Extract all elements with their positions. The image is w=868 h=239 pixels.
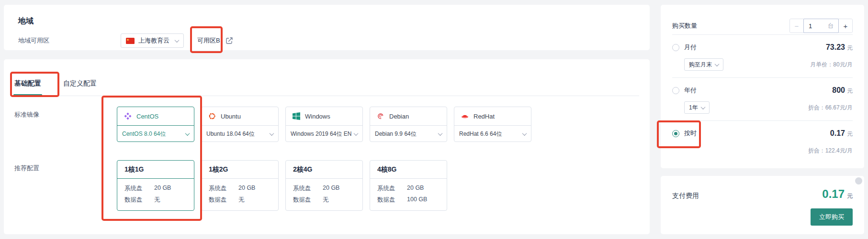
tab-custom-config[interactable]: 自定义配置 [63, 78, 97, 96]
system-disk-value: 20 GB [407, 185, 440, 193]
system-disk-value: 20 GB [323, 185, 355, 193]
pay-option-monthly-sub: 购至月末 月单价：80元/月 [672, 58, 853, 71]
radio-hourly[interactable] [672, 130, 679, 137]
system-disk-label: 系统盘 [209, 185, 238, 193]
data-disk-label: 数据盘 [209, 196, 238, 204]
os-card-debian-header: Debian [370, 107, 447, 126]
os-card-redhat[interactable]: RedHat RedHat 6.6 64位 [454, 107, 531, 142]
pay-fee-row: 支付费用 0.17元 [672, 176, 853, 201]
system-disk-label: 系统盘 [124, 185, 154, 193]
duration-value: 购至月末 [689, 61, 712, 69]
china-flag-icon [126, 38, 135, 44]
region-select[interactable]: 上海教育云 [121, 33, 184, 48]
image-section: 标准镜像 CentOS CentOS 8.0 64位 [14, 107, 639, 142]
region-zone-label: 地域可用区 [18, 36, 121, 45]
quantity-input[interactable]: 1 台 [803, 19, 839, 33]
os-card-debian[interactable]: Debian Debian 9.9 64位 [370, 107, 447, 142]
os-card-windows[interactable]: Windows Windows 2019 64位 EN [285, 107, 363, 142]
pay-option-monthly: 月付 73.23元 购至月末 月单价：80元/月 [672, 35, 853, 77]
os-name: Windows [305, 113, 330, 120]
os-card-ubuntu-header: Ubuntu [202, 107, 278, 126]
edit-icon[interactable] [226, 37, 233, 44]
os-version-select-windows[interactable]: Windows 2019 64位 EN [286, 126, 362, 142]
os-version-select-redhat[interactable]: RedHat 6.6 64位 [454, 126, 531, 142]
purchase-page: 地域 地域可用区 上海教育云 可用区B [0, 0, 868, 239]
tab-basic-config[interactable]: 基础配置 [14, 78, 41, 96]
currency-unit: 元 [847, 193, 853, 199]
ubuntu-icon [208, 112, 216, 120]
spec-body: 系统盘 20 GB 数据盘 无 [202, 179, 278, 210]
config-card: 基础配置 自定义配置 标准镜像 [4, 59, 650, 234]
os-name: Debian [389, 113, 409, 120]
os-name: RedHat [473, 113, 495, 120]
tab-custom-config-label: 自定义配置 [63, 79, 97, 87]
pay-option-monthly-row: 月付 73.23元 [672, 42, 853, 53]
debian-icon [377, 112, 384, 120]
pay-option-yearly: 年付 800元 1年 折合：66.67元/月 [672, 78, 853, 120]
system-disk-value: 20 GB [238, 185, 271, 193]
data-disk-value: 无 [238, 196, 271, 204]
radio-yearly[interactable] [672, 87, 679, 94]
quantity-minus-button[interactable]: − [790, 19, 803, 33]
data-disk-value: 无 [154, 196, 187, 204]
os-version-select-centos[interactable]: CentOS 8.0 64位 [117, 126, 194, 142]
yearly-duration-select[interactable]: 1年 [684, 101, 710, 114]
quantity-plus-button[interactable]: + [839, 19, 852, 33]
os-card-ubuntu[interactable]: Ubuntu Ubuntu 18.04 64位 [201, 107, 279, 142]
spec-card-1c2g[interactable]: 1核2G 系统盘 20 GB 数据盘 无 [201, 160, 279, 211]
currency-unit: 元 [847, 130, 853, 137]
quantity-row: 购买数量 − 1 台 + [672, 5, 853, 34]
chevron-down-icon [438, 131, 443, 136]
buy-now-button[interactable]: 立即购买 [811, 208, 853, 226]
os-card-windows-header: Windows [286, 107, 362, 126]
os-card-centos[interactable]: CentOS CentOS 8.0 64位 [117, 107, 194, 142]
os-version-select-ubuntu[interactable]: Ubuntu 18.04 64位 [202, 126, 278, 142]
spec-section-label: 推荐配置 [14, 160, 117, 211]
currency-unit: 元 [847, 44, 853, 51]
quantity-value: 1 [809, 22, 812, 30]
spec-card-4c8g[interactable]: 4核8G 系统盘 20 GB 数据盘 100 GB [370, 160, 447, 211]
pay-card: 支付费用 0.17元 立即购买 [661, 176, 864, 234]
system-disk-label: 系统盘 [293, 185, 323, 193]
os-name: Ubuntu [221, 113, 241, 120]
duration-value: 1年 [689, 104, 698, 112]
chevron-down-icon [715, 62, 720, 66]
os-name: CentOS [136, 113, 158, 120]
pay-option-hourly: 按时 0.17元 折合：122.4元/月 [672, 121, 853, 163]
pay-fee-label: 支付费用 [672, 192, 699, 200]
pay-option-yearly-sub: 1年 折合：66.67元/月 [672, 101, 853, 114]
price-value: 73.23 [826, 43, 845, 51]
windows-icon [293, 112, 300, 120]
data-disk-value: 无 [323, 196, 355, 204]
region-section-title: 地域 [18, 16, 34, 26]
data-disk-value: 100 GB [407, 196, 440, 204]
pay-option-note: 月单价：80元/月 [810, 61, 853, 69]
active-tab-underline [13, 94, 42, 96]
centos-icon [124, 112, 132, 120]
pay-option-label: 月付 [684, 43, 697, 52]
os-version-value: Ubuntu 18.04 64位 [206, 130, 255, 138]
data-disk-label: 数据盘 [377, 196, 407, 204]
chevron-down-icon [354, 131, 359, 136]
pay-fee-price: 0.17元 [822, 187, 853, 201]
chevron-down-icon [522, 131, 527, 136]
os-card-redhat-header: RedHat [454, 107, 531, 126]
region-row: 地域可用区 上海教育云 可用区B [18, 33, 664, 48]
spec-card-2c4g[interactable]: 2核4G 系统盘 20 GB 数据盘 无 [285, 160, 363, 211]
pay-option-note: 折合：66.67元/月 [808, 104, 853, 112]
pay-option-price: 73.23元 [826, 43, 853, 52]
os-version-value: RedHat 6.6 64位 [459, 130, 502, 138]
scroll-dot [855, 177, 862, 185]
config-tabs: 基础配置 自定义配置 [14, 59, 639, 96]
pay-option-hourly-sub: 折合：122.4元/月 [672, 144, 853, 157]
monthly-duration-select[interactable]: 购至月末 [684, 58, 723, 71]
data-disk-label: 数据盘 [124, 196, 154, 204]
spec-section: 推荐配置 1核1G 系统盘 20 GB 数据盘 无 1核2G 系统盘 20 G [14, 160, 639, 211]
spec-card-1c1g[interactable]: 1核1G 系统盘 20 GB 数据盘 无 [117, 160, 194, 211]
chevron-down-icon [270, 131, 274, 136]
radio-monthly[interactable] [672, 44, 679, 51]
os-version-select-debian[interactable]: Debian 9.9 64位 [370, 126, 447, 142]
pay-option-note: 折合：122.4元/月 [808, 147, 853, 155]
availability-zone[interactable]: 可用区B [194, 33, 223, 48]
price-value: 0.17 [830, 129, 845, 137]
